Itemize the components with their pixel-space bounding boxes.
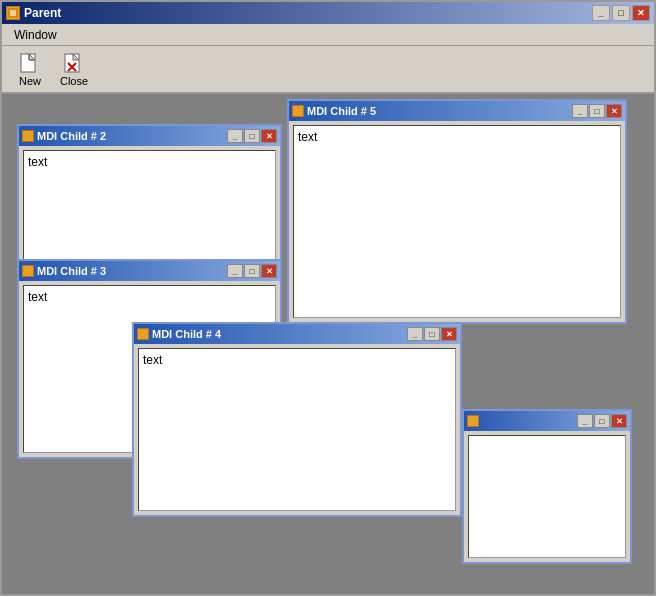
close-tool-button[interactable]: Close — [54, 49, 94, 89]
mdi-child-3-close[interactable]: ✕ — [261, 264, 277, 278]
mdi-child-2-maximize[interactable]: □ — [244, 129, 260, 143]
mdi-child-6-icon — [467, 415, 479, 427]
parent-window: Parent _ □ ✕ Window New — [0, 0, 656, 596]
mdi-child-5-buttons: _ □ ✕ — [572, 104, 622, 118]
mdi-child-5-icon — [292, 105, 304, 117]
mdi-child-4-text: text — [143, 353, 162, 367]
mdi-child-4-titlebar[interactable]: MDI Child # 4 _ □ ✕ — [134, 324, 460, 344]
mdi-child-2-title-left: MDI Child # 2 — [22, 130, 106, 142]
mdi-child-5-titlebar[interactable]: MDI Child # 5 _ □ ✕ — [289, 101, 625, 121]
parent-icon — [6, 6, 20, 20]
mdi-child-5-content[interactable]: text — [293, 125, 621, 318]
title-buttons: _ □ ✕ — [592, 5, 650, 21]
mdi-child-4: MDI Child # 4 _ □ ✕ text — [132, 322, 462, 517]
mdi-child-5-title: MDI Child # 5 — [307, 105, 376, 117]
mdi-child-4-minimize[interactable]: _ — [407, 327, 423, 341]
mdi-child-5: MDI Child # 5 _ □ ✕ text — [287, 99, 627, 324]
mdi-child-6-buttons: _ □ ✕ — [577, 414, 627, 428]
close-tool-label: Close — [60, 75, 88, 87]
mdi-child-5-text: text — [298, 130, 317, 144]
mdi-child-4-content[interactable]: text — [138, 348, 456, 511]
mdi-child-2-icon — [22, 130, 34, 142]
mdi-child-3-buttons: _ □ ✕ — [227, 264, 277, 278]
mdi-child-6-title-left — [467, 415, 482, 427]
mdi-child-3-icon — [22, 265, 34, 277]
svg-rect-2 — [21, 54, 35, 72]
mdi-child-3-text: text — [28, 290, 47, 304]
mdi-child-5-minimize[interactable]: _ — [572, 104, 588, 118]
title-bar-left: Parent — [6, 6, 61, 20]
mdi-child-3-title: MDI Child # 3 — [37, 265, 106, 277]
mdi-child-2-title: MDI Child # 2 — [37, 130, 106, 142]
mdi-child-6-close[interactable]: ✕ — [611, 414, 627, 428]
mdi-child-6-minimize[interactable]: _ — [577, 414, 593, 428]
mdi-child-4-close[interactable]: ✕ — [441, 327, 457, 341]
mdi-child-6-maximize[interactable]: □ — [594, 414, 610, 428]
toolbar: New Close — [2, 46, 654, 94]
mdi-child-2-close[interactable]: ✕ — [261, 129, 277, 143]
mdi-child-4-title: MDI Child # 4 — [152, 328, 221, 340]
new-label: New — [19, 75, 41, 87]
new-button[interactable]: New — [10, 49, 50, 89]
mdi-child-4-title-left: MDI Child # 4 — [137, 328, 221, 340]
close-tool-icon — [62, 51, 86, 75]
mdi-child-3-titlebar[interactable]: MDI Child # 3 _ □ ✕ — [19, 261, 280, 281]
close-button[interactable]: ✕ — [632, 5, 650, 21]
title-bar: Parent _ □ ✕ — [2, 2, 654, 24]
mdi-child-6-content[interactable] — [468, 435, 626, 558]
mdi-child-3-minimize[interactable]: _ — [227, 264, 243, 278]
new-icon — [18, 51, 42, 75]
mdi-client: www.java2s.com MDI Child # 2 _ □ ✕ text — [2, 94, 654, 594]
mdi-child-2-text: text — [28, 155, 47, 169]
mdi-child-2-minimize[interactable]: _ — [227, 129, 243, 143]
mdi-child-5-close[interactable]: ✕ — [606, 104, 622, 118]
mdi-child-6: _ □ ✕ — [462, 409, 632, 564]
mdi-child-2-buttons: _ □ ✕ — [227, 129, 277, 143]
mdi-child-3-maximize[interactable]: □ — [244, 264, 260, 278]
mdi-child-2-titlebar[interactable]: MDI Child # 2 _ □ ✕ — [19, 126, 280, 146]
mdi-child-6-titlebar[interactable]: _ □ ✕ — [464, 411, 630, 431]
svg-rect-1 — [10, 10, 16, 16]
parent-title: Parent — [24, 6, 61, 20]
svg-rect-6 — [65, 54, 79, 72]
mdi-child-5-maximize[interactable]: □ — [589, 104, 605, 118]
mdi-child-4-buttons: _ □ ✕ — [407, 327, 457, 341]
mdi-child-5-title-left: MDI Child # 5 — [292, 105, 376, 117]
menu-window[interactable]: Window — [6, 26, 65, 44]
menu-bar: Window — [2, 24, 654, 46]
minimize-button[interactable]: _ — [592, 5, 610, 21]
mdi-child-3-title-left: MDI Child # 3 — [22, 265, 106, 277]
mdi-child-4-maximize[interactable]: □ — [424, 327, 440, 341]
mdi-child-4-icon — [137, 328, 149, 340]
maximize-button[interactable]: □ — [612, 5, 630, 21]
